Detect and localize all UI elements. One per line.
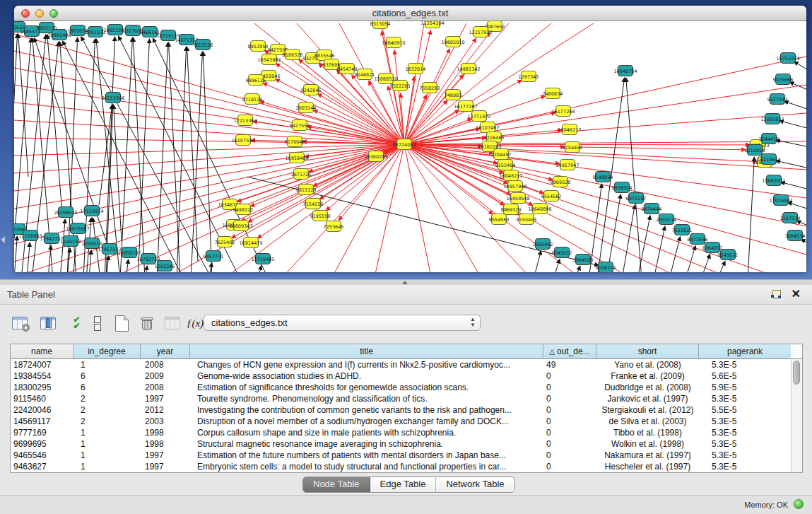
graph-node[interactable]: 8471636: [688, 234, 708, 245]
split-pane-divider[interactable]: [0, 279, 812, 285]
graph-node[interactable]: 7204497: [491, 149, 512, 160]
graph-node[interactable]: 7558283: [420, 83, 440, 93]
function-builder-button[interactable]: ƒ(x): [185, 313, 205, 333]
graph-node[interactable]: 9896125: [246, 75, 266, 86]
graph-node[interactable]: 1095482: [533, 239, 553, 250]
graph-node[interactable]: 1064812: [702, 243, 723, 253]
table-row[interactable]: 911546021997Tourette syndrome. Phenomeno…: [11, 393, 791, 404]
graph-node[interactable]: 2803144: [296, 103, 317, 113]
graph-node[interactable]: 1064534: [785, 230, 806, 241]
graph-node[interactable]: 7253645: [324, 221, 344, 232]
table-row[interactable]: 946362711997Embryonic stem cells: a mode…: [11, 461, 791, 472]
table-vertical-scrollbar[interactable]: [791, 359, 802, 472]
graph-node[interactable]: 11254104: [420, 21, 444, 28]
graph-node[interactable]: 8912954: [248, 41, 269, 52]
graph-node[interactable]: 14957947: [555, 160, 579, 170]
graph-node[interactable]: 16177267: [454, 101, 477, 112]
graph-node[interactable]: 9227343: [767, 94, 788, 105]
graph-node[interactable]: 9156324: [596, 262, 616, 273]
graph-node[interactable]: 15692971: [762, 175, 785, 186]
graph-node[interactable]: 16177268: [551, 106, 575, 117]
table-row[interactable]: 977716911998Corpus callosum shape and si…: [11, 427, 791, 438]
network-file-select[interactable]: citations_edges.txt ▲▼: [204, 315, 481, 331]
graph-node[interactable]: 9170046: [285, 136, 305, 147]
column-header-year[interactable]: year: [141, 344, 190, 359]
graph-node[interactable]: 19605910: [441, 37, 464, 47]
unselect-rows-button[interactable]: [88, 313, 107, 333]
graph-node[interactable]: 9554563: [489, 214, 510, 225]
graph-node[interactable]: 7154256: [303, 199, 324, 209]
graph-node[interactable]: 9427552: [290, 120, 310, 131]
graph-node[interactable]: 17016504: [769, 195, 792, 206]
table-row[interactable]: 1938455462009Genome-wide association stu…: [11, 370, 791, 382]
create-table-button[interactable]: [112, 313, 131, 333]
tab-node-table[interactable]: Node Table: [303, 477, 370, 492]
graph-node[interactable]: 14981342: [457, 64, 480, 74]
graph-node[interactable]: 17159924: [80, 206, 103, 216]
graph-node[interactable]: 16958488: [285, 153, 308, 163]
graph-node[interactable]: 7632621: [672, 225, 693, 235]
splitter-handle-icon[interactable]: [402, 281, 408, 284]
column-header-short[interactable]: short: [596, 344, 699, 359]
graph-node[interactable]: 9146821: [355, 69, 375, 80]
graph-node[interactable]: 9474444: [642, 204, 662, 214]
graph-node[interactable]: 9242845: [301, 85, 322, 95]
graph-node[interactable]: 9498222: [233, 204, 254, 215]
table-row[interactable]: 946554611997Estimation of the future num…: [11, 450, 791, 461]
graph-node[interactable]: 748083: [445, 90, 462, 100]
tab-edge-table[interactable]: Edge Table: [370, 477, 437, 492]
network-canvas[interactable]: 1830029593222037558283748083161772671377…: [14, 21, 806, 272]
graph-node[interactable]: 1064503: [573, 255, 594, 265]
graph-node[interactable]: 2935114: [657, 214, 677, 225]
graph-node[interactable]: 1167534: [780, 213, 801, 223]
graph-node[interactable]: 8186328: [283, 49, 303, 60]
graph-node[interactable]: 16640910: [382, 37, 405, 48]
tab-network-table[interactable]: Network Table: [436, 477, 514, 492]
table-row[interactable]: 1872400712008Changes of HCN gene express…: [11, 359, 791, 370]
network-window-titlebar[interactable]: citations_edges.txt: [14, 6, 806, 21]
graph-node[interactable]: 15751074: [776, 53, 799, 64]
graph-node[interactable]: 7480834: [543, 88, 563, 99]
graph-node[interactable]: 8969328: [551, 177, 571, 187]
graph-node[interactable]: 8969329: [501, 204, 522, 215]
close-panel-icon[interactable]: ✕: [792, 288, 801, 300]
graph-node[interactable]: 1145193: [61, 236, 81, 247]
delete-table-button[interactable]: [137, 313, 157, 333]
graph-node[interactable]: 9815329: [296, 185, 317, 195]
table-row[interactable]: 2242004622012Investigating the contribut…: [11, 404, 791, 416]
graph-node[interactable]: 13771472: [467, 111, 490, 122]
column-visibility-button[interactable]: [38, 313, 58, 333]
graph-node[interactable]: 15716485: [251, 254, 274, 264]
graph-node[interactable]: 9329966: [773, 74, 794, 85]
graph-node[interactable]: 3671725: [291, 169, 312, 180]
table-settings-button[interactable]: [10, 313, 30, 333]
graph-node[interactable]: 7625402: [215, 237, 235, 247]
graph-node[interactable]: 1244415: [759, 134, 779, 144]
graph-node[interactable]: 9554562: [541, 191, 562, 201]
column-header-title[interactable]: title: [190, 344, 543, 359]
graph-node[interactable]: 16914479: [239, 238, 262, 248]
graph-node[interactable]: 16107554: [231, 135, 254, 146]
graph-node[interactable]: 12213363: [233, 115, 257, 126]
graph-node[interactable]: 9154494: [563, 142, 583, 153]
graph-node[interactable]: 1297343: [519, 71, 539, 82]
graph-node[interactable]: 9195559: [310, 211, 331, 221]
graph-node[interactable]: 9245031: [718, 250, 739, 260]
graph-node[interactable]: 6873197: [626, 193, 647, 204]
column-header-pagerank[interactable]: pagerank: [699, 344, 791, 359]
graph-node[interactable]: 7615526: [193, 40, 213, 50]
graph-node[interactable]: 16648784: [613, 66, 637, 76]
graph-node[interactable]: 9245022: [552, 247, 572, 258]
graph-node[interactable]: 14957948: [503, 181, 526, 192]
graph-node[interactable]: 20206535: [54, 207, 77, 218]
graph-node[interactable]: 8313054: [370, 21, 391, 29]
graph-node[interactable]: 2091533: [86, 27, 106, 37]
graph-node[interactable]: 16543982: [257, 54, 281, 65]
graph-node[interactable]: 2718126: [242, 94, 263, 105]
column-header-name[interactable]: name: [11, 344, 73, 359]
memory-status-indicator[interactable]: [794, 499, 804, 509]
graph-node[interactable]: 9155493: [517, 214, 537, 225]
panel-collapse-arrow-icon[interactable]: [1, 236, 5, 243]
import-table-button[interactable]: [163, 313, 182, 333]
graph-node[interactable]: 1632014: [406, 64, 426, 74]
